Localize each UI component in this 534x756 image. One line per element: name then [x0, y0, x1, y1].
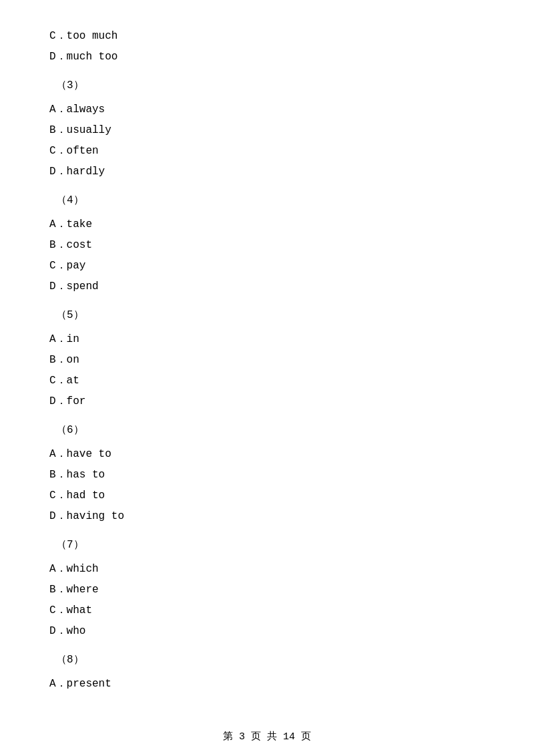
- question-3-number: （3）: [56, 76, 487, 96]
- option-c-q5: C．at: [47, 371, 487, 391]
- question-4-number: （4）: [56, 191, 487, 210]
- option-d-q6: D．having to: [47, 507, 487, 526]
- question-6-number: （6）: [56, 421, 487, 440]
- option-a-q4: A．take: [47, 215, 487, 234]
- option-b-q4: B．cost: [47, 236, 487, 255]
- question-5-number: （5）: [56, 306, 487, 325]
- option-d-q5: D．for: [47, 392, 487, 411]
- option-a-q7: A．which: [47, 560, 487, 579]
- question-8-number: （8）: [56, 650, 487, 670]
- option-b-q7: B．where: [47, 580, 487, 600]
- option-b-q5: B．on: [47, 351, 487, 370]
- page-footer: 第 3 页 共 14 页: [0, 730, 534, 743]
- page-content: C．too much D．much too （3） A．always B．usu…: [0, 0, 534, 735]
- option-b-q3: B．usually: [47, 121, 487, 140]
- option-a-q5: A．in: [47, 330, 487, 349]
- option-d-q7: D．who: [47, 622, 487, 641]
- option-d-q3: D．hardly: [47, 162, 487, 182]
- option-a-q3: A．always: [47, 100, 487, 120]
- option-c-q6: C．had to: [47, 486, 487, 506]
- option-c-prev: C．too much: [47, 27, 487, 46]
- option-c-q3: C．often: [47, 142, 487, 161]
- option-a-q6: A．have to: [47, 445, 487, 464]
- option-c-q7: C．what: [47, 601, 487, 620]
- question-7-number: （7）: [56, 536, 487, 555]
- option-a-q8: A．present: [47, 675, 487, 694]
- option-d-q4: D．spend: [47, 277, 487, 297]
- option-b-q6: B．has to: [47, 465, 487, 485]
- option-c-q4: C．pay: [47, 256, 487, 276]
- option-d-prev: D．much too: [47, 47, 487, 67]
